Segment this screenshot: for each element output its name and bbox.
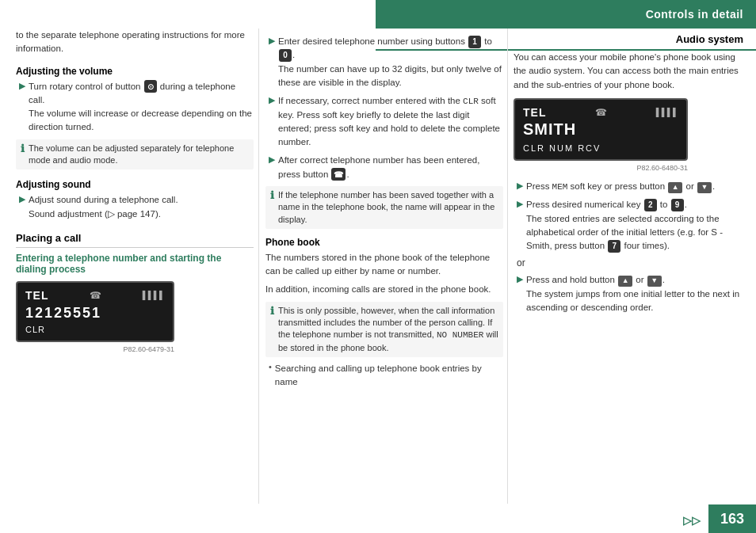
right-bullet-text3: Press and hold button ▲ or ▼. The system…: [526, 273, 743, 314]
mid-column: ▶ Enter desired telephone number using b…: [265, 29, 503, 394]
nav-arrow: ▷▷: [683, 514, 701, 527]
dash-bullet: •: [269, 362, 272, 390]
phone-book-text1: The numbers stored in the phone book of …: [265, 251, 503, 279]
volume-bullet-item: ▶ Turn rotary control of button ⊙ during…: [16, 80, 254, 135]
mid-bullet-arrow1: ▶: [269, 36, 275, 89]
down-button2: ▼: [647, 276, 662, 287]
divider-right: [507, 29, 508, 504]
sound-bullet-item: ▶ Adjust sound during a telephone call.S…: [16, 193, 254, 221]
phone-display-left: TEL ☎ ▌▌▌▌ 12125551 CLR: [16, 281, 174, 342]
mid-info-box1: ℹ If the telephone number has been saved…: [265, 186, 503, 229]
clr-text: CLR: [463, 97, 479, 106]
mid-bullet2: ▶ If necessary, correct number entered w…: [265, 94, 503, 149]
adjusting-volume-title: Adjusting the volume: [16, 66, 254, 77]
phone-book-text2: In addition, incoming calls are stored i…: [265, 283, 503, 296]
bullet-arrow-2: ▶: [19, 194, 25, 221]
volume-bullet-text: Turn rotary control of button ⊙ during a…: [29, 80, 254, 135]
mid-bullet-arrow2: ▶: [269, 95, 275, 149]
display-number-left: 12125551: [25, 305, 165, 322]
key-2: 2: [644, 199, 657, 211]
header: Controls in detail: [0, 0, 756, 29]
page-number-box: 163: [708, 504, 756, 533]
right-intro-text: You can access your mobile phone's phone…: [514, 51, 743, 92]
info-icon: ℹ: [21, 143, 25, 167]
key-9: 9: [671, 199, 684, 211]
entering-title: Entering a telephone number and starting…: [16, 253, 254, 275]
key-1: 1: [468, 36, 481, 48]
mid-info-text1: If the telephone number has been saved t…: [278, 189, 498, 226]
right-bullet-text1: Press MEM soft key or press button ▲ or …: [526, 180, 715, 194]
display-caption-right: P82.60-6480-31: [514, 164, 688, 172]
phone-book-title: Phone book: [265, 237, 503, 248]
right-bullet2: ▶ Press desired numerical key 2 to 9. Th…: [514, 198, 743, 253]
page-number: 163: [720, 511, 744, 527]
mid-info-box2: ℹ This is only possible, however, when t…: [265, 302, 503, 358]
right-signal-icon: ▌▌▌▌: [656, 108, 678, 116]
no-number-text: NO NUMBER: [437, 330, 483, 340]
display-softkeys-left: CLR: [25, 325, 165, 334]
placing-call-title: Placing a call: [16, 232, 254, 248]
bullet-arrow: ▶: [19, 81, 25, 135]
rotary-icon: ⊙: [144, 80, 157, 93]
phone-display-right: TEL ☎ ▌▌▌▌ SMITH CLR NUM RCV: [514, 98, 688, 161]
dial-button: ☎: [331, 168, 346, 181]
left-column: to the separate telephone operating inst…: [16, 29, 254, 353]
mid-bullet-text2: If necessary, correct number entered wit…: [278, 94, 503, 149]
key-0: 0: [279, 49, 292, 62]
display-caption-left: P82.60-6479-31: [16, 345, 174, 353]
mid-bullet-text3: After correct telephone number has been …: [278, 154, 503, 181]
right-display-line1: TEL ☎ ▌▌▌▌: [523, 106, 678, 119]
display-line1: TEL ☎ ▌▌▌▌: [25, 289, 165, 302]
divider-left: [258, 29, 259, 504]
right-bullet-text2: Press desired numerical key 2 to 9. The …: [526, 198, 743, 253]
display-softkeys-right: CLR NUM RCV: [523, 143, 678, 153]
mid-bullet-text4: Searching and calling up telephone book …: [275, 362, 503, 390]
display-tel-right: TEL: [523, 106, 546, 119]
right-bullet-arrow1: ▶: [517, 181, 523, 194]
section-heading-text: Audio system: [676, 33, 743, 45]
adjusting-sound-title: Adjusting sound: [16, 179, 254, 190]
mem-text: MEM: [552, 182, 568, 192]
header-bar: Controls in detail: [376, 0, 756, 29]
right-bullet1: ▶ Press MEM soft key or press button ▲ o…: [514, 180, 743, 194]
right-bullet-arrow3: ▶: [517, 274, 523, 314]
display-signal-icon: ▌▌▌▌: [143, 291, 165, 299]
display-tel-left: TEL: [25, 289, 48, 302]
mid-bullet4: • Searching and calling up telephone boo…: [265, 362, 503, 390]
or-text: or: [517, 257, 743, 268]
up-button2: ▲: [618, 276, 632, 287]
up-button: ▲: [668, 182, 682, 193]
right-phone-icon: ☎: [595, 107, 607, 118]
volume-info-box: ℹ The volume can be adjusted separately …: [16, 139, 254, 170]
mid-bullet1: ▶ Enter desired telephone number using b…: [265, 35, 503, 89]
sound-bullet-text: Adjust sound during a telephone call.Sou…: [29, 193, 178, 221]
mid-info-text2: This is only possible, however, when the…: [278, 305, 498, 355]
right-column: You can access your mobile phone's phone…: [514, 51, 743, 319]
key-7: 7: [608, 240, 620, 253]
display-phone-icon: ☎: [90, 290, 101, 301]
right-bullet3: ▶ Press and hold button ▲ or ▼. The syst…: [514, 273, 743, 314]
intro-text: to the separate telephone operating inst…: [16, 29, 254, 56]
info-icon-mid1: ℹ: [270, 189, 274, 226]
info-icon-mid2: ℹ: [270, 305, 274, 355]
display-name-right: SMITH: [523, 120, 678, 139]
down-button: ▼: [697, 182, 712, 193]
mid-bullet-text1: Enter desired telephone number using but…: [278, 35, 503, 89]
right-bullet-arrow2: ▶: [517, 199, 523, 253]
mid-bullet3: ▶ After correct telephone number has bee…: [265, 154, 503, 181]
volume-info-text: The volume can be adjusted separately fo…: [29, 143, 249, 167]
mid-bullet-arrow3: ▶: [269, 154, 275, 181]
header-title: Controls in detail: [646, 8, 743, 21]
